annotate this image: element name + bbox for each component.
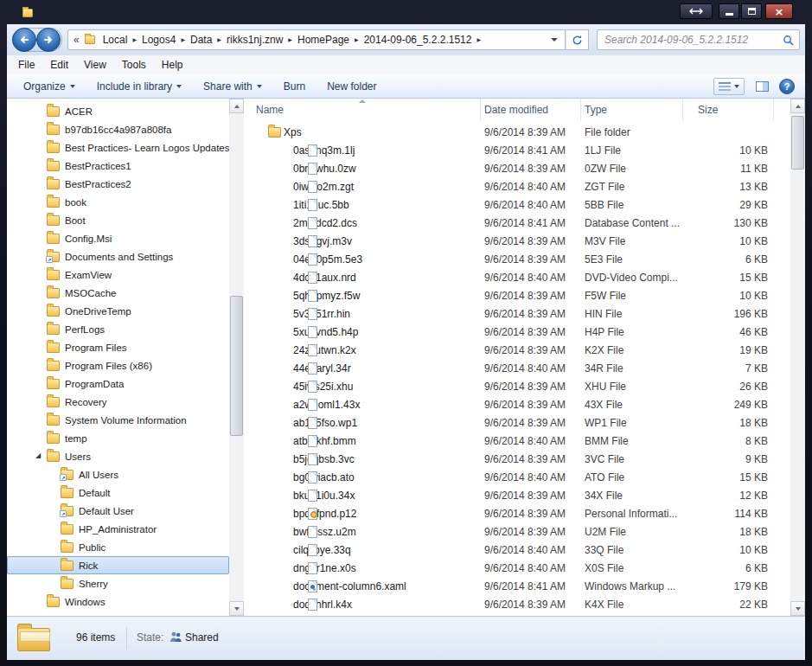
search-input[interactable] bbox=[598, 34, 783, 46]
sidebar-item-default[interactable]: Default bbox=[7, 483, 229, 502]
file-row[interactable]: bwflessz.u2m9/6/2014 8:39 AMU2M File18 K… bbox=[244, 523, 790, 541]
column-header-type[interactable]: Type bbox=[581, 99, 683, 121]
breadcrumb-item-2014-09-06-5-2-2-1512[interactable]: 2014-09-06_5.2.2.1512 bbox=[360, 34, 476, 46]
breadcrumb-item-rikks1nj-znw[interactable]: rikks1nj.znw bbox=[222, 34, 287, 46]
sidebar-item-public[interactable]: Public bbox=[7, 538, 229, 556]
breadcrumb-item-logos4[interactable]: Logos4 bbox=[137, 34, 180, 46]
sidebar-item-examview[interactable]: ExamView bbox=[7, 266, 229, 284]
file-list-scrollbar[interactable] bbox=[790, 99, 805, 616]
sidebar-scrollbar[interactable] bbox=[229, 99, 244, 616]
sidebar-item-boot[interactable]: Boot bbox=[7, 211, 229, 229]
file-row[interactable]: 04e20p5m.5e39/6/2014 8:39 AM5E3 File6 KB bbox=[244, 251, 790, 269]
sidebar-item-users[interactable]: ◢Users bbox=[7, 447, 229, 465]
file-row[interactable]: 2mdldcd2.dcs9/6/2014 8:41 AMDatabase Con… bbox=[244, 215, 790, 233]
breadcrumb-item-homepage[interactable]: HomePage bbox=[293, 34, 354, 46]
file-row[interactable]: 3dstrgvj.m3v9/6/2014 8:39 AMM3V File10 K… bbox=[244, 233, 790, 251]
toolbar-organize[interactable]: Organize bbox=[16, 77, 83, 96]
sidebar-item-perflogs[interactable]: PerfLogs bbox=[7, 320, 229, 338]
file-row[interactable]: 1iti1guc.5bb9/6/2014 8:40 AM5BB File29 K… bbox=[244, 196, 790, 215]
file-row[interactable]: bg0wiacb.ato9/6/2014 8:40 AMATO File15 K… bbox=[244, 469, 790, 487]
file-row[interactable]: bkuu1i0u.34x9/6/2014 8:39 AM34X File12 K… bbox=[244, 487, 790, 505]
sidebar-item-default-user[interactable]: ↗Default User bbox=[7, 502, 229, 520]
breadcrumb-overflow-button[interactable]: « bbox=[68, 34, 83, 46]
scrollbar-thumb[interactable] bbox=[230, 296, 243, 436]
search-icon[interactable] bbox=[783, 35, 799, 46]
address-dropdown-button[interactable] bbox=[544, 38, 565, 42]
file-row[interactable]: atbt4khf.bmm9/6/2014 8:40 AMBMM File8 KB bbox=[244, 432, 790, 451]
breadcrumb-item-local[interactable]: Local bbox=[99, 34, 132, 46]
file-row[interactable]: 5v3n51rr.hin9/6/2014 8:39 AMHIN File196 … bbox=[244, 305, 790, 323]
file-row[interactable]: dng2r1ne.x0s9/6/2014 8:40 AMX0S File6 KB bbox=[244, 560, 790, 578]
sidebar-item-msocache[interactable]: MSOCache bbox=[7, 284, 229, 302]
sidebar-item-documents-and-settings[interactable]: ↗Documents and Settings bbox=[7, 247, 229, 266]
scroll-up-button[interactable] bbox=[790, 99, 805, 113]
sidebar-item-b97db16cc4a987a808fa[interactable]: b97db16cc4a987a808fa bbox=[7, 120, 229, 138]
file-row[interactable]: b5jqqbsb.3vc9/6/2014 8:39 AM3VC File9 KB bbox=[244, 451, 790, 469]
back-button[interactable] bbox=[12, 28, 36, 52]
sidebar-item-all-users[interactable]: ↗All Users bbox=[7, 465, 229, 483]
file-row[interactable]: Xps9/6/2014 8:39 AMFile folder bbox=[244, 124, 790, 142]
file-row[interactable]: dodshhrl.k4x9/6/2014 8:39 AMK4X File22 K… bbox=[244, 596, 790, 614]
menu-help[interactable]: Help bbox=[154, 57, 191, 73]
change-view-button[interactable] bbox=[713, 78, 745, 95]
sidebar-item-rick[interactable]: Rick bbox=[7, 556, 229, 574]
file-row[interactable]: 0asqnq3m.1lj9/6/2014 8:41 AM1LJ File10 K… bbox=[244, 142, 790, 160]
menu-file[interactable]: File bbox=[10, 57, 42, 73]
breadcrumb-item-data[interactable]: Data bbox=[186, 34, 216, 46]
search-box[interactable] bbox=[597, 29, 800, 50]
sidebar-item-acer[interactable]: ACER bbox=[7, 102, 229, 120]
file-row[interactable]: document-column6.xaml9/6/2014 8:41 AMWin… bbox=[244, 578, 790, 596]
tree-expanded-icon[interactable]: ◢ bbox=[35, 452, 41, 459]
preview-pane-button[interactable] bbox=[751, 78, 772, 95]
refresh-button[interactable] bbox=[566, 29, 589, 50]
sidebar-item-bestpractices1[interactable]: BestPractices1 bbox=[7, 157, 229, 175]
toolbar-burn[interactable]: Burn bbox=[276, 77, 313, 96]
sidebar-item-temp[interactable]: temp bbox=[7, 429, 229, 447]
sidebar-item-bestpractices2[interactable]: BestPractices2 bbox=[7, 175, 229, 193]
menu-tools[interactable]: Tools bbox=[114, 57, 154, 73]
file-row[interactable]: cilqxpye.33q9/6/2014 8:40 AM33Q File10 K… bbox=[244, 541, 790, 560]
file-row[interactable]: 24zkutwn.k2x9/6/2014 8:39 AMK2X File19 K… bbox=[244, 342, 790, 360]
toolbar-new-folder[interactable]: New folder bbox=[319, 77, 384, 96]
scroll-up-button[interactable] bbox=[229, 99, 244, 113]
file-row[interactable]: a2wuoml1.43x9/6/2014 8:39 AM43X File249 … bbox=[244, 396, 790, 414]
sidebar-item-best-practices-learn-logos-updates[interactable]: Best Practices- Learn Logos Updates bbox=[7, 138, 229, 157]
close-button[interactable]: × bbox=[765, 3, 793, 19]
nav-arrows-button[interactable] bbox=[680, 3, 713, 19]
sidebar-item-hp-administrator[interactable]: HP_Administrator bbox=[7, 520, 229, 538]
sidebar-item-book[interactable]: book bbox=[7, 193, 229, 211]
file-row[interactable]: 0brlkwhu.0zw9/6/2014 8:39 AM0ZW File11 K… bbox=[244, 160, 790, 178]
scroll-down-button[interactable] bbox=[790, 601, 805, 616]
menu-view[interactable]: View bbox=[76, 57, 114, 73]
column-header-name[interactable]: Name bbox=[244, 99, 481, 121]
file-row[interactable]: 5xuavnd5.h4p9/6/2014 8:39 AMH4P File46 K… bbox=[244, 323, 790, 342]
sidebar-item-program-files[interactable]: Program Files bbox=[7, 338, 229, 356]
file-row[interactable]: 0iw4io2m.zgt9/6/2014 8:40 AMZGT File13 K… bbox=[244, 178, 790, 196]
forward-button[interactable] bbox=[36, 28, 61, 52]
sidebar-item-program-files-x86[interactable]: Program Files (x86) bbox=[7, 356, 229, 375]
sidebar-item-programdata[interactable]: ProgramData bbox=[7, 375, 229, 393]
file-row[interactable]: 4dch1aux.nrd9/6/2014 8:40 AMDVD-Video Co… bbox=[244, 269, 790, 287]
sidebar-item-recovery[interactable]: Recovery bbox=[7, 393, 229, 411]
file-row[interactable]: ab1y5fso.wp19/6/2014 8:39 AMWP1 File18 K… bbox=[244, 414, 790, 432]
maximize-button[interactable] bbox=[741, 3, 762, 19]
file-row[interactable]: bpq4fpnd.p129/6/2014 8:39 AMPersonal Inf… bbox=[244, 505, 790, 523]
menu-edit[interactable]: Edit bbox=[42, 57, 76, 73]
scroll-down-button[interactable] bbox=[229, 601, 244, 616]
sidebar-item-windows[interactable]: Windows bbox=[7, 592, 229, 611]
column-header-size[interactable]: Size bbox=[683, 99, 774, 121]
help-button[interactable]: ? bbox=[779, 79, 795, 94]
sidebar-item-system-volume-information[interactable]: System Volume Information bbox=[7, 411, 229, 429]
sidebar-item-onedrivetemp[interactable]: OneDriveTemp bbox=[7, 302, 229, 320]
file-row[interactable]: 5qh0pmyz.f5w9/6/2014 8:39 AMF5W File10 K… bbox=[244, 287, 790, 305]
minimize-button[interactable] bbox=[719, 3, 739, 19]
column-header-date-modified[interactable]: Date modified bbox=[481, 99, 581, 121]
file-row[interactable]: 44e0aryl.34r9/6/2014 8:40 AM34R File7 KB bbox=[244, 360, 790, 378]
scrollbar-thumb[interactable] bbox=[791, 116, 804, 170]
file-row[interactable]: 45iws25i.xhu9/6/2014 8:39 AMXHU File26 K… bbox=[244, 378, 790, 396]
sidebar-item-sherry[interactable]: Sherry bbox=[7, 574, 229, 592]
address-bar[interactable]: « Local▶Logos4▶Data▶rikks1nj.znw▶HomePag… bbox=[67, 29, 566, 50]
sidebar-item-config-msi[interactable]: Config.Msi bbox=[7, 229, 229, 247]
toolbar-include-in-library[interactable]: Include in library bbox=[89, 77, 189, 96]
toolbar-share-with[interactable]: Share with bbox=[195, 77, 270, 96]
